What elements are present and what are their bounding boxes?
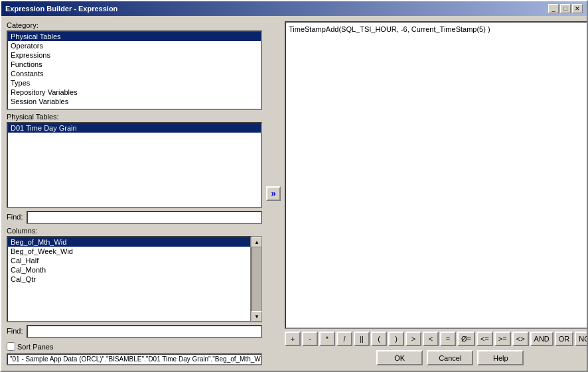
op-neq[interactable]: Ø= [457, 332, 475, 346]
ok-button[interactable]: OK [376, 350, 423, 365]
columns-section: Columns: Beg_of_Mth_Wid Beg_of_Week_Wid … [7, 227, 262, 322]
right-panel: TimeStampAdd(SQL_TSI_HOUR, -6, Current_T… [285, 21, 587, 365]
op-gte[interactable]: >= [494, 332, 511, 346]
op-multiply[interactable]: * [319, 332, 335, 346]
category-item-physical-tables[interactable]: Physical Tables [8, 32, 261, 41]
sort-panes-row: Sort Panes [7, 342, 262, 351]
op-open-paren[interactable]: ( [371, 332, 387, 346]
find1-input[interactable] [27, 211, 262, 224]
category-item-constants[interactable]: Constants [8, 69, 261, 78]
find2-row: Find: [7, 325, 262, 338]
op-plus[interactable]: + [285, 332, 301, 346]
find1-label: Find: [7, 213, 23, 221]
minimize-button[interactable]: _ [548, 4, 559, 13]
category-item-session-variables[interactable]: Session Variables [8, 97, 261, 106]
column-item-cal-half[interactable]: Cal_Half [8, 256, 250, 265]
columns-listbox[interactable]: Beg_of_Mth_Wid Beg_of_Week_Wid Cal_Half … [7, 236, 252, 322]
columns-label: Columns: [7, 227, 262, 235]
op-gt[interactable]: > [405, 332, 421, 346]
op-ne[interactable]: <> [512, 332, 529, 346]
scroll-up-btn[interactable]: ▲ [252, 237, 262, 247]
middle-col: » [266, 21, 281, 365]
op-and[interactable]: AND [530, 332, 553, 346]
category-item-functions[interactable]: Functions [8, 60, 261, 69]
op-minus[interactable]: - [302, 332, 318, 346]
columns-wrapper: Beg_of_Mth_Wid Beg_of_Week_Wid Cal_Half … [7, 236, 262, 322]
column-item-cal-qtr[interactable]: Cal_Qtr [8, 275, 250, 284]
category-listbox[interactable]: Physical Tables Operators Expressions Fu… [7, 31, 262, 110]
sort-panes-label[interactable]: Sort Panes [7, 342, 53, 351]
category-label: Category: [7, 21, 262, 29]
physical-tables-section: Physical Tables: D01 Time Day Grain [7, 113, 262, 208]
maximize-button[interactable]: □ [560, 4, 571, 13]
op-concat[interactable]: || [354, 332, 370, 346]
sort-panes-checkbox[interactable] [7, 342, 15, 351]
op-eq[interactable]: = [440, 332, 456, 346]
physical-tables-listbox[interactable]: D01 Time Day Grain [7, 122, 262, 208]
op-or[interactable]: OR [555, 332, 574, 346]
columns-scrollbar[interactable]: ▲ ▼ [252, 236, 262, 322]
left-panel: Category: Physical Tables Operators Expr… [7, 21, 262, 365]
category-item-operators[interactable]: Operators [8, 41, 261, 50]
title-bar: Expression Builder - Expression _ □ ✕ [1, 1, 587, 16]
find2-label: Find: [7, 327, 23, 335]
main-window: Expression Builder - Expression _ □ ✕ Ca… [0, 0, 588, 372]
action-buttons: OK Cancel Help [285, 350, 587, 365]
column-item-beg-mth-wid[interactable]: Beg_of_Mth_Wid [8, 237, 250, 247]
category-item-types[interactable]: Types [8, 78, 261, 88]
cancel-button[interactable]: Cancel [427, 350, 473, 365]
scroll-track [252, 247, 261, 311]
column-item-cal-month[interactable]: Cal_Month [8, 265, 250, 275]
op-lte[interactable]: <= [477, 332, 493, 346]
category-item-expressions[interactable]: Expressions [8, 50, 261, 60]
close-button[interactable]: ✕ [572, 4, 583, 13]
scroll-down-btn[interactable]: ▼ [252, 311, 262, 322]
op-not[interactable]: NOT [575, 332, 587, 346]
insert-arrow-button[interactable]: » [266, 186, 281, 201]
find1-row: Find: [7, 211, 262, 224]
status-bar: "01 - Sample App Data (ORCL)"."BISAMBLE"… [7, 353, 262, 365]
window-title: Expression Builder - Expression [5, 5, 117, 13]
expression-box[interactable]: TimeStampAdd(SQL_TSI_HOUR, -6, Current_T… [285, 21, 587, 329]
sort-panes-text: Sort Panes [17, 343, 53, 351]
physical-table-item-d01[interactable]: D01 Time Day Grain [8, 123, 261, 133]
help-button[interactable]: Help [477, 350, 524, 365]
category-item-repository-variables[interactable]: Repository Variables [8, 88, 261, 97]
op-divide[interactable]: / [336, 332, 352, 346]
op-close-paren[interactable]: ) [388, 332, 404, 346]
category-section: Category: Physical Tables Operators Expr… [7, 21, 262, 110]
op-lt[interactable]: < [423, 332, 439, 346]
window-controls: _ □ ✕ [548, 4, 583, 13]
column-item-beg-week-wid[interactable]: Beg_of_Week_Wid [8, 247, 250, 256]
physical-tables-label: Physical Tables: [7, 113, 262, 121]
operators-row: + - * / || ( ) > < = Ø= <= >= <> AND OR … [285, 332, 587, 346]
content-area: Category: Physical Tables Operators Expr… [1, 16, 587, 371]
find2-input[interactable] [27, 325, 262, 338]
